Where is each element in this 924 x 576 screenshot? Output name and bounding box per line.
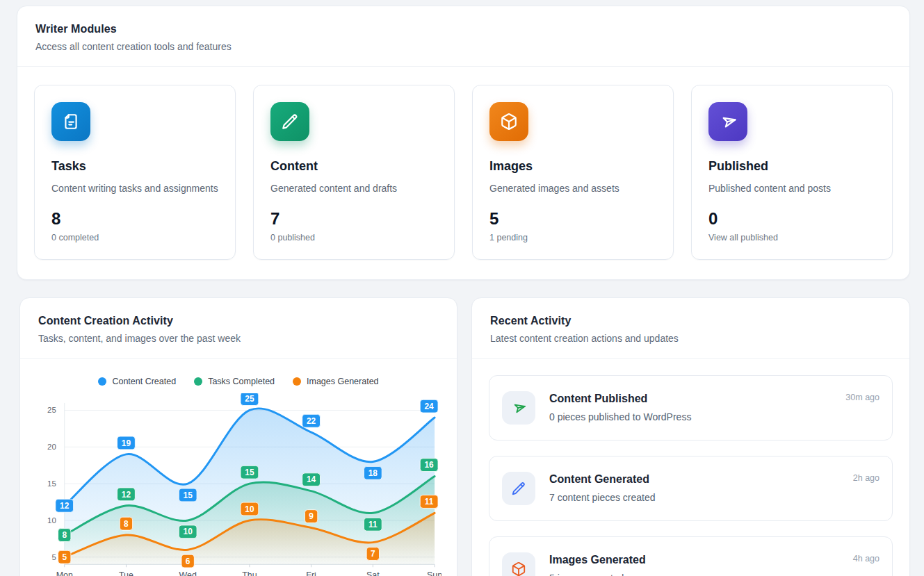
svg-text:25: 25 [245, 394, 254, 404]
module-count: 7 [270, 209, 437, 229]
recent-activity-panel: Recent Activity Latest content creation … [471, 297, 910, 576]
line-chart: 510152025MonTueWedThuFriSatSun1219152522… [35, 393, 441, 576]
send-icon [502, 391, 535, 425]
svg-text:12: 12 [122, 489, 131, 499]
svg-text:15: 15 [184, 491, 193, 500]
activity-description: 7 content pieces created [549, 492, 839, 503]
activity-timestamp: 2h ago [853, 473, 880, 483]
writer-modules-title: Writer Modules [35, 23, 891, 35]
module-card-content[interactable]: Content Generated content and drafts 7 0… [253, 85, 455, 260]
svg-text:25: 25 [47, 406, 56, 414]
svg-text:11: 11 [368, 520, 378, 529]
legend-label: Tasks Completed [208, 377, 275, 386]
module-description: Generated content and drafts [270, 182, 437, 195]
svg-text:19: 19 [122, 438, 131, 448]
module-card-tasks[interactable]: Tasks Content writing tasks and assignme… [34, 85, 236, 260]
legend-dot [194, 377, 202, 386]
module-description: Published content and posts [708, 182, 875, 195]
svg-text:10: 10 [245, 504, 254, 514]
module-description: Generated images and assets [489, 182, 656, 195]
svg-text:22: 22 [307, 416, 316, 426]
writer-modules-panel: Writer Modules Access all content creati… [17, 6, 910, 280]
module-title: Content [270, 159, 437, 174]
cube-icon [489, 102, 528, 141]
file-text-icon [51, 102, 90, 141]
legend-label: Images Generated [307, 377, 379, 386]
svg-text:7: 7 [371, 549, 375, 559]
module-card-published[interactable]: Published Published content and posts 0 … [691, 85, 893, 260]
svg-text:9: 9 [309, 511, 314, 521]
recent-activity-title: Recent Activity [490, 315, 891, 327]
chart-panel-header: Content Creation Activity Tasks, content… [20, 298, 457, 359]
svg-text:10: 10 [184, 527, 193, 536]
module-title: Published [708, 159, 875, 174]
activity-list: Content Published 0 pieces published to … [472, 359, 909, 576]
svg-text:10: 10 [47, 516, 56, 525]
module-substat: View all published [708, 233, 875, 242]
svg-text:Sun: Sun [427, 570, 441, 576]
chart-area: Content CreatedTasks CompletedImages Gen… [20, 359, 457, 576]
svg-text:Mon: Mon [56, 570, 73, 576]
modules-grid: Tasks Content writing tasks and assignme… [17, 67, 909, 279]
svg-text:Sat: Sat [366, 570, 380, 576]
activity-row-content-generated: Content Generated 7 content pieces creat… [489, 456, 893, 521]
module-substat: 1 pending [489, 233, 656, 242]
module-title: Tasks [51, 159, 218, 174]
activity-timestamp: 30m ago [845, 393, 880, 402]
legend-dot [293, 377, 301, 386]
svg-text:11: 11 [425, 497, 434, 507]
module-substat: 0 published [270, 233, 437, 242]
cube-icon [502, 552, 535, 576]
svg-text:Thu: Thu [242, 570, 257, 576]
recent-activity-subtitle: Latest content creation actions and upda… [490, 333, 891, 344]
legend-dot [98, 377, 106, 386]
svg-text:5: 5 [62, 552, 67, 562]
writer-modules-subtitle: Access all content creation tools and fe… [35, 41, 891, 52]
legend-item[interactable]: Tasks Completed [194, 377, 275, 386]
activity-title: Content Published [549, 393, 832, 405]
legend-label: Content Created [112, 377, 176, 386]
svg-text:5: 5 [51, 553, 56, 561]
svg-text:14: 14 [307, 475, 316, 484]
activity-description: 0 pieces published to WordPress [549, 411, 832, 422]
activity-timestamp: 4h ago [853, 554, 880, 563]
writer-modules-header: Writer Modules Access all content creati… [17, 6, 909, 67]
module-description: Content writing tasks and assignments [51, 182, 218, 195]
activity-title: Content Generated [549, 473, 839, 486]
svg-text:8: 8 [62, 530, 67, 540]
svg-text:8: 8 [124, 519, 129, 529]
chart-panel-title: Content Creation Activity [38, 315, 439, 327]
module-substat: 0 completed [51, 233, 218, 242]
activity-row-images-generated: Images Generated 5 images created 4h ago [489, 536, 893, 576]
pencil-icon [502, 472, 535, 505]
svg-text:15: 15 [245, 468, 254, 477]
content-creation-activity-panel: Content Creation Activity Tasks, content… [19, 297, 457, 576]
recent-activity-header: Recent Activity Latest content creation … [472, 298, 909, 359]
svg-text:24: 24 [424, 402, 434, 411]
module-card-images[interactable]: Images Generated images and assets 5 1 p… [472, 85, 674, 260]
legend-item[interactable]: Content Created [98, 377, 176, 386]
svg-text:20: 20 [47, 443, 56, 451]
svg-text:16: 16 [424, 460, 434, 470]
svg-text:Fri: Fri [306, 570, 316, 576]
svg-text:15: 15 [47, 479, 56, 488]
module-count: 8 [51, 209, 218, 229]
send-icon [708, 102, 747, 141]
module-title: Images [489, 159, 656, 174]
legend-item[interactable]: Images Generated [293, 377, 379, 386]
svg-text:18: 18 [368, 468, 378, 478]
svg-text:Tue: Tue [119, 570, 133, 576]
activity-row-content-published: Content Published 0 pieces published to … [489, 375, 893, 441]
module-count: 5 [489, 209, 656, 229]
activity-description: 5 images created [549, 573, 839, 576]
chart-panel-subtitle: Tasks, content, and images over the past… [38, 333, 439, 344]
chart-legend: Content CreatedTasks CompletedImages Gen… [35, 377, 441, 386]
svg-text:6: 6 [186, 557, 191, 566]
pencil-icon [270, 102, 309, 141]
svg-text:Wed: Wed [179, 570, 197, 576]
module-count: 0 [708, 209, 875, 229]
activity-title: Images Generated [549, 554, 839, 566]
svg-text:12: 12 [60, 501, 70, 511]
